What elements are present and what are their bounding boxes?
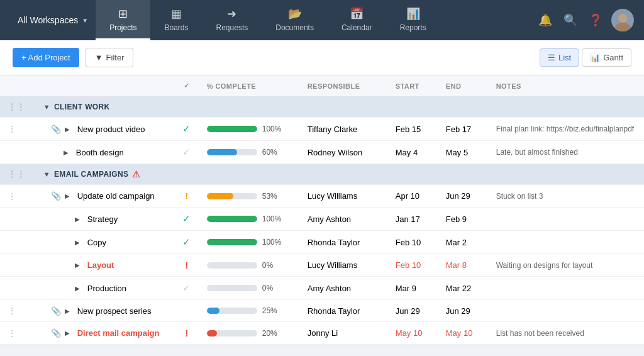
- nav-item-requests[interactable]: ➜ Requests: [203, 0, 262, 40]
- nav-item-documents[interactable]: 📂 Documents: [262, 0, 328, 40]
- end-date-cell: May 10: [438, 322, 489, 345]
- expand-icon[interactable]: ▶: [75, 285, 84, 292]
- row-name-label[interactable]: Direct mail campaign: [77, 328, 160, 338]
- expand-icon[interactable]: ▶: [65, 330, 74, 337]
- start-date-cell: Feb 10: [388, 254, 438, 277]
- responsible-cell: Jonny Li: [300, 322, 388, 345]
- nav-right-icons: 🔔 🔍 ❓: [536, 9, 634, 31]
- end-date-cell: Mar 22: [438, 277, 489, 300]
- group-label: EMAIL CAMPAIGNS: [54, 170, 128, 179]
- notifications-icon[interactable]: 🔔: [536, 11, 555, 30]
- row-name-label[interactable]: Layout: [87, 260, 114, 270]
- nav-label-reports: Reports: [400, 23, 426, 32]
- expand-icon[interactable]: ▶: [64, 149, 72, 156]
- nav-item-projects[interactable]: ⊞ Projects: [96, 0, 150, 40]
- notes-cell: [489, 231, 644, 254]
- nav-item-calendar[interactable]: 📅 Calendar: [328, 0, 386, 40]
- progress-bar: [207, 239, 257, 245]
- toolbar-right: ☰ List 📊 Gantt: [540, 48, 631, 67]
- expand-icon[interactable]: ▶: [75, 262, 84, 269]
- table-header-row: ✓ % COMPLETE RESPONSIBLE START END NOTES: [0, 75, 644, 97]
- start-date-cell: Feb 15: [388, 118, 438, 141]
- notes-cell: [489, 208, 644, 231]
- nav-item-boards[interactable]: ▦ Boards: [150, 0, 202, 40]
- filter-button[interactable]: ▼ Filter: [86, 48, 134, 67]
- drag-handle-icon[interactable]: ⋮⋮: [8, 102, 26, 112]
- expand-icon[interactable]: ▶: [75, 239, 84, 246]
- row-name-label: Strategy: [87, 214, 118, 224]
- drag-handle-icon[interactable]: ⋮: [8, 191, 16, 201]
- progress-fill: [207, 216, 257, 222]
- notes-cell: Waiting on designs for layout: [489, 254, 644, 277]
- attachment-icon: 📎: [51, 306, 61, 316]
- notes-cell: [489, 300, 644, 322]
- progress-bar: [207, 216, 257, 222]
- expand-icon[interactable]: ▶: [65, 308, 74, 314]
- nav-label-boards: Boards: [164, 23, 188, 32]
- header-check: ✓: [174, 75, 199, 97]
- pct-label: 100%: [262, 238, 282, 247]
- calendar-icon: 📅: [350, 7, 364, 21]
- row-name-label: Production: [87, 284, 126, 293]
- header-start: START: [388, 75, 438, 97]
- filter-label: Filter: [106, 53, 125, 62]
- pct-label: 25%: [262, 306, 282, 315]
- alert-icon: ⚠: [132, 169, 140, 179]
- expand-icon[interactable]: ▶: [75, 216, 84, 223]
- avatar[interactable]: [611, 9, 634, 31]
- nav-label-calendar: Calendar: [341, 23, 372, 32]
- table-row: ▶ Production ✓ 0% Amy Ashton Mar 9 Mar 2…: [0, 277, 644, 300]
- responsible-cell: Rodney Wilson: [300, 141, 388, 164]
- projects-table-container: ✓ % COMPLETE RESPONSIBLE START END NOTES…: [0, 75, 644, 345]
- nav-item-reports[interactable]: 📊 Reports: [386, 0, 440, 40]
- help-icon[interactable]: ❓: [586, 11, 605, 30]
- toolbar: + Add Project ▼ Filter ☰ List 📊 Gantt: [0, 40, 644, 75]
- exclamation-red-icon: !: [185, 260, 188, 270]
- svg-point-1: [615, 23, 630, 31]
- workspace-selector[interactable]: All Workspaces ▼: [10, 10, 96, 30]
- responsible-cell: Rhonda Taylor: [300, 231, 388, 254]
- collapse-icon[interactable]: ▼: [43, 170, 50, 178]
- notes-cell: [489, 277, 644, 300]
- responsible-cell: Tiffany Clarke: [300, 118, 388, 141]
- boards-icon: ▦: [171, 7, 182, 21]
- end-date-cell: Mar 8: [438, 254, 489, 277]
- row-name-label: New product video: [77, 125, 145, 134]
- list-view-button[interactable]: ☰ List: [540, 48, 579, 67]
- table-row: ▶ Strategy ✓ 100% Amy Ashton Jan 17 Feb …: [0, 208, 644, 231]
- row-name-label: Booth design: [76, 148, 124, 157]
- check-complete-icon: ✓: [182, 213, 191, 224]
- table-row: ▶ Booth design ✓ 60% Rodney Wilson May 4…: [0, 141, 644, 164]
- start-date-cell: May 10: [388, 322, 438, 345]
- responsible-cell: Amy Ashton: [300, 277, 388, 300]
- drag-handle-icon[interactable]: ⋮: [8, 306, 16, 316]
- responsible-cell: Amy Ashton: [300, 208, 388, 231]
- gantt-label: Gantt: [603, 53, 623, 62]
- header-end: END: [438, 75, 489, 97]
- collapse-icon[interactable]: ▼: [43, 103, 50, 111]
- drag-handle-icon[interactable]: ⋮: [8, 328, 16, 338]
- progress-bar: [207, 126, 257, 132]
- nav-items: ⊞ Projects ▦ Boards ➜ Requests 📂 Documen…: [96, 0, 536, 40]
- table-row: ▶ Layout ! 0% Lucy Williams Feb 10 Mar 8…: [0, 254, 644, 277]
- end-date-cell: Jun 29: [438, 185, 489, 208]
- pct-label: 100%: [262, 125, 282, 133]
- svg-point-0: [618, 14, 627, 23]
- expand-icon[interactable]: ▶: [65, 192, 74, 199]
- table-row: ⋮ 📎 ▶ Update old campaign ! 53% Lucy Wil…: [0, 185, 644, 208]
- add-project-button[interactable]: + Add Project: [13, 48, 79, 67]
- drag-handle-icon[interactable]: ⋮⋮: [8, 169, 26, 179]
- toolbar-left: + Add Project ▼ Filter: [13, 48, 133, 67]
- progress-bar: [207, 193, 257, 199]
- gantt-view-button[interactable]: 📊 Gantt: [582, 48, 631, 67]
- notes-cell: List has not been received: [489, 322, 644, 345]
- exclamation-orange-icon: !: [185, 191, 188, 201]
- pct-label: 60%: [262, 148, 282, 157]
- drag-handle-icon[interactable]: ⋮: [8, 124, 16, 134]
- expand-icon[interactable]: ▶: [65, 126, 74, 133]
- row-name-label: New prospect series: [77, 306, 152, 316]
- projects-table: ✓ % COMPLETE RESPONSIBLE START END NOTES…: [0, 75, 644, 345]
- search-icon[interactable]: 🔍: [561, 11, 580, 30]
- documents-icon: 📂: [288, 7, 302, 21]
- end-date-cell: Feb 17: [438, 118, 489, 141]
